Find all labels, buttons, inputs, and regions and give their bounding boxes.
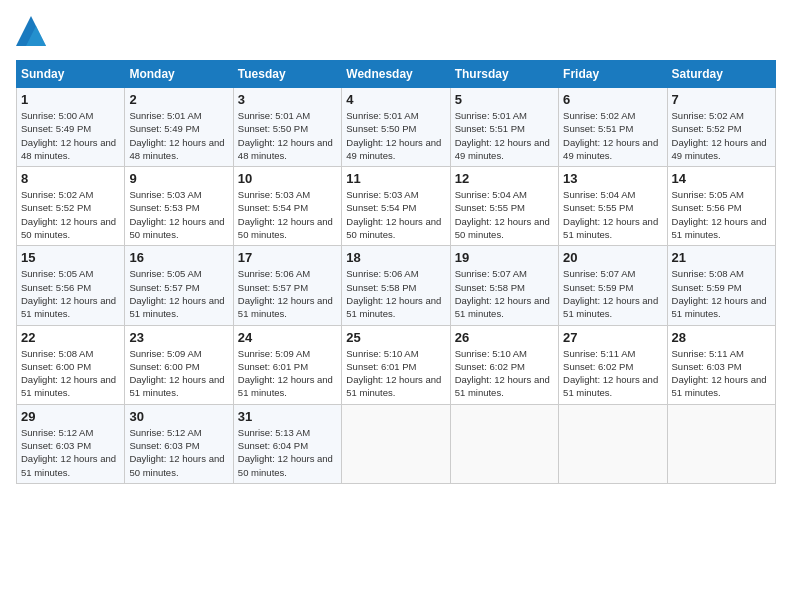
day-info: Sunrise: 5:04 AM Sunset: 5:55 PM Dayligh… <box>563 188 662 241</box>
sunrise-label: Sunrise: 5:03 AM <box>238 189 310 200</box>
calendar-cell: 30 Sunrise: 5:12 AM Sunset: 6:03 PM Dayl… <box>125 404 233 483</box>
weekday-friday: Friday <box>559 61 667 88</box>
sunset-label: Sunset: 5:49 PM <box>129 123 199 134</box>
sunrise-label: Sunrise: 5:02 AM <box>672 110 744 121</box>
sunrise-label: Sunrise: 5:09 AM <box>238 348 310 359</box>
calendar-cell: 5 Sunrise: 5:01 AM Sunset: 5:51 PM Dayli… <box>450 88 558 167</box>
day-info: Sunrise: 5:00 AM Sunset: 5:49 PM Dayligh… <box>21 109 120 162</box>
sunrise-label: Sunrise: 5:07 AM <box>455 268 527 279</box>
daylight-label: Daylight: 12 hours and 49 minutes. <box>672 137 767 161</box>
day-number: 15 <box>21 250 120 265</box>
day-number: 13 <box>563 171 662 186</box>
day-number: 21 <box>672 250 771 265</box>
sunset-label: Sunset: 6:02 PM <box>563 361 633 372</box>
sunrise-label: Sunrise: 5:01 AM <box>129 110 201 121</box>
day-number: 28 <box>672 330 771 345</box>
sunrise-label: Sunrise: 5:04 AM <box>563 189 635 200</box>
day-number: 4 <box>346 92 445 107</box>
day-info: Sunrise: 5:04 AM Sunset: 5:55 PM Dayligh… <box>455 188 554 241</box>
sunset-label: Sunset: 6:00 PM <box>129 361 199 372</box>
day-info: Sunrise: 5:02 AM Sunset: 5:52 PM Dayligh… <box>21 188 120 241</box>
sunset-label: Sunset: 6:00 PM <box>21 361 91 372</box>
sunset-label: Sunset: 5:55 PM <box>455 202 525 213</box>
sunrise-label: Sunrise: 5:11 AM <box>563 348 635 359</box>
day-info: Sunrise: 5:02 AM Sunset: 5:51 PM Dayligh… <box>563 109 662 162</box>
daylight-label: Daylight: 12 hours and 49 minutes. <box>455 137 550 161</box>
day-number: 6 <box>563 92 662 107</box>
sunrise-label: Sunrise: 5:12 AM <box>129 427 201 438</box>
day-info: Sunrise: 5:01 AM Sunset: 5:49 PM Dayligh… <box>129 109 228 162</box>
sunrise-label: Sunrise: 5:06 AM <box>346 268 418 279</box>
daylight-label: Daylight: 12 hours and 50 minutes. <box>129 216 224 240</box>
sunrise-label: Sunrise: 5:03 AM <box>346 189 418 200</box>
calendar-cell: 21 Sunrise: 5:08 AM Sunset: 5:59 PM Dayl… <box>667 246 775 325</box>
sunset-label: Sunset: 5:56 PM <box>21 282 91 293</box>
sunset-label: Sunset: 5:50 PM <box>346 123 416 134</box>
sunset-label: Sunset: 5:58 PM <box>346 282 416 293</box>
calendar-cell: 14 Sunrise: 5:05 AM Sunset: 5:56 PM Dayl… <box>667 167 775 246</box>
daylight-label: Daylight: 12 hours and 51 minutes. <box>129 374 224 398</box>
sunrise-label: Sunrise: 5:01 AM <box>346 110 418 121</box>
sunset-label: Sunset: 5:56 PM <box>672 202 742 213</box>
sunrise-label: Sunrise: 5:03 AM <box>129 189 201 200</box>
day-number: 19 <box>455 250 554 265</box>
daylight-label: Daylight: 12 hours and 51 minutes. <box>563 374 658 398</box>
calendar-cell: 25 Sunrise: 5:10 AM Sunset: 6:01 PM Dayl… <box>342 325 450 404</box>
day-number: 3 <box>238 92 337 107</box>
day-number: 1 <box>21 92 120 107</box>
sunrise-label: Sunrise: 5:01 AM <box>238 110 310 121</box>
calendar-cell: 4 Sunrise: 5:01 AM Sunset: 5:50 PM Dayli… <box>342 88 450 167</box>
week-row-3: 15 Sunrise: 5:05 AM Sunset: 5:56 PM Dayl… <box>17 246 776 325</box>
sunrise-label: Sunrise: 5:11 AM <box>672 348 744 359</box>
day-info: Sunrise: 5:05 AM Sunset: 5:57 PM Dayligh… <box>129 267 228 320</box>
calendar-cell <box>667 404 775 483</box>
calendar-cell: 24 Sunrise: 5:09 AM Sunset: 6:01 PM Dayl… <box>233 325 341 404</box>
day-info: Sunrise: 5:03 AM Sunset: 5:54 PM Dayligh… <box>346 188 445 241</box>
calendar-cell: 28 Sunrise: 5:11 AM Sunset: 6:03 PM Dayl… <box>667 325 775 404</box>
daylight-label: Daylight: 12 hours and 51 minutes. <box>455 374 550 398</box>
calendar-table: SundayMondayTuesdayWednesdayThursdayFrid… <box>16 60 776 484</box>
calendar-cell: 16 Sunrise: 5:05 AM Sunset: 5:57 PM Dayl… <box>125 246 233 325</box>
day-number: 31 <box>238 409 337 424</box>
sunrise-label: Sunrise: 5:02 AM <box>563 110 635 121</box>
calendar-cell: 11 Sunrise: 5:03 AM Sunset: 5:54 PM Dayl… <box>342 167 450 246</box>
day-info: Sunrise: 5:06 AM Sunset: 5:57 PM Dayligh… <box>238 267 337 320</box>
daylight-label: Daylight: 12 hours and 51 minutes. <box>672 216 767 240</box>
day-info: Sunrise: 5:10 AM Sunset: 6:01 PM Dayligh… <box>346 347 445 400</box>
sunset-label: Sunset: 5:51 PM <box>455 123 525 134</box>
sunrise-label: Sunrise: 5:01 AM <box>455 110 527 121</box>
day-info: Sunrise: 5:11 AM Sunset: 6:03 PM Dayligh… <box>672 347 771 400</box>
sunset-label: Sunset: 5:53 PM <box>129 202 199 213</box>
calendar-cell: 18 Sunrise: 5:06 AM Sunset: 5:58 PM Dayl… <box>342 246 450 325</box>
sunset-label: Sunset: 5:58 PM <box>455 282 525 293</box>
sunrise-label: Sunrise: 5:04 AM <box>455 189 527 200</box>
day-number: 24 <box>238 330 337 345</box>
daylight-label: Daylight: 12 hours and 49 minutes. <box>563 137 658 161</box>
day-number: 20 <box>563 250 662 265</box>
calendar-cell: 7 Sunrise: 5:02 AM Sunset: 5:52 PM Dayli… <box>667 88 775 167</box>
sunset-label: Sunset: 5:54 PM <box>238 202 308 213</box>
sunset-label: Sunset: 5:57 PM <box>129 282 199 293</box>
day-number: 22 <box>21 330 120 345</box>
day-number: 8 <box>21 171 120 186</box>
day-info: Sunrise: 5:06 AM Sunset: 5:58 PM Dayligh… <box>346 267 445 320</box>
sunset-label: Sunset: 5:52 PM <box>21 202 91 213</box>
week-row-4: 22 Sunrise: 5:08 AM Sunset: 6:00 PM Dayl… <box>17 325 776 404</box>
calendar-cell: 17 Sunrise: 5:06 AM Sunset: 5:57 PM Dayl… <box>233 246 341 325</box>
daylight-label: Daylight: 12 hours and 48 minutes. <box>129 137 224 161</box>
week-row-2: 8 Sunrise: 5:02 AM Sunset: 5:52 PM Dayli… <box>17 167 776 246</box>
daylight-label: Daylight: 12 hours and 51 minutes. <box>21 374 116 398</box>
sunrise-label: Sunrise: 5:08 AM <box>21 348 93 359</box>
day-number: 16 <box>129 250 228 265</box>
sunrise-label: Sunrise: 5:10 AM <box>346 348 418 359</box>
sunset-label: Sunset: 5:52 PM <box>672 123 742 134</box>
sunset-label: Sunset: 5:54 PM <box>346 202 416 213</box>
sunrise-label: Sunrise: 5:13 AM <box>238 427 310 438</box>
calendar-cell: 15 Sunrise: 5:05 AM Sunset: 5:56 PM Dayl… <box>17 246 125 325</box>
daylight-label: Daylight: 12 hours and 51 minutes. <box>21 295 116 319</box>
day-info: Sunrise: 5:12 AM Sunset: 6:03 PM Dayligh… <box>21 426 120 479</box>
daylight-label: Daylight: 12 hours and 51 minutes. <box>672 374 767 398</box>
calendar-cell: 13 Sunrise: 5:04 AM Sunset: 5:55 PM Dayl… <box>559 167 667 246</box>
week-row-5: 29 Sunrise: 5:12 AM Sunset: 6:03 PM Dayl… <box>17 404 776 483</box>
calendar-cell: 6 Sunrise: 5:02 AM Sunset: 5:51 PM Dayli… <box>559 88 667 167</box>
